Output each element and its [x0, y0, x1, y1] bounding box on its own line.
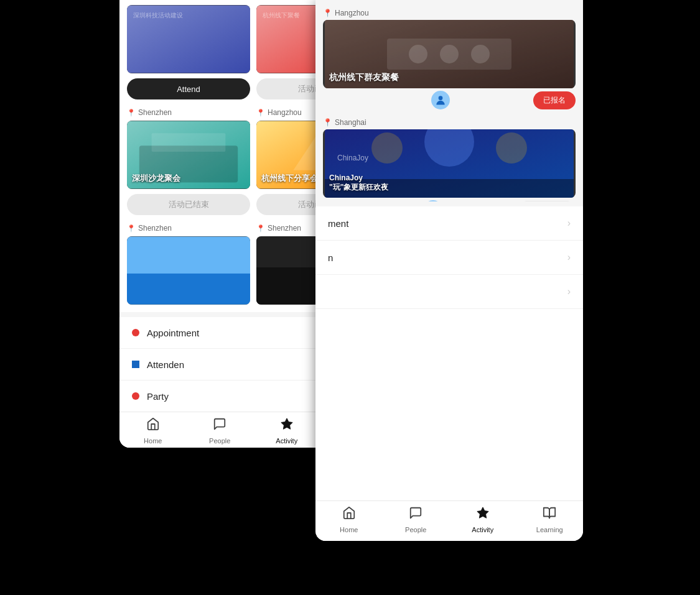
svg-rect-6 [152, 133, 226, 152]
location-label-2: Hangzhou [268, 108, 302, 117]
nav-activity-label-left: Activity [276, 437, 297, 445]
svg-marker-13 [281, 418, 292, 429]
right-scroll-area: 📍 Hangzhou 杭州线下群友聚餐 [315, 0, 583, 201]
r-empty-space [315, 309, 583, 500]
r-menu-label-2: n [328, 252, 333, 263]
appointment-dot [132, 329, 139, 336]
nav-learning-right[interactable]: Learning [516, 506, 584, 533]
nav-home-label-left: Home [144, 437, 162, 445]
nav-home-right[interactable]: Home [315, 506, 383, 533]
location-pin-2: 📍 [256, 109, 265, 117]
svg-point-18 [440, 45, 459, 63]
svg-point-17 [409, 45, 427, 63]
nav-activity-label-right: Activity [472, 526, 493, 533]
attend-button[interactable]: Attend [127, 78, 250, 99]
nav-learning-label-right: Learning [536, 526, 563, 533]
r-pin-2: 📍 [323, 118, 332, 127]
activity-icon-left [280, 417, 294, 435]
home-icon-right [342, 506, 356, 524]
nav-people-label-right: People [405, 526, 426, 533]
r-location-shanghai: 📍 Shanghai [323, 114, 576, 129]
svg-marker-29 [477, 507, 488, 518]
r-card-hangzhou-gather[interactable]: 杭州线下群友聚餐 [323, 20, 576, 88]
svg-text:杭州线下聚餐: 杭州线下聚餐 [262, 12, 300, 19]
location-label-3: Shenzhen [138, 224, 172, 233]
home-icon-left [146, 417, 160, 435]
right-bottom-nav: Home People Activity [315, 500, 583, 541]
location-label-1: Shenzhen [138, 108, 172, 117]
r-avatar-1 [431, 91, 450, 109]
card-salon-title: 深圳沙龙聚会 [132, 173, 180, 184]
svg-point-20 [439, 96, 443, 100]
r-menu-item-2[interactable]: n › [315, 241, 583, 275]
people-icon-right [409, 506, 422, 524]
r-menu-item-3[interactable]: › [315, 275, 583, 309]
r-card-2-title-block: ChinaJoy "玩"象更新狂欢夜 [329, 173, 388, 193]
r-loc-label-2: Shanghai [335, 118, 366, 127]
r-card-chinajoy[interactable]: ChinaJoy ChinaJoy "玩"象更新狂欢夜 [323, 129, 576, 198]
people-icon-left [213, 417, 226, 435]
nav-people-left[interactable]: People [187, 417, 254, 445]
r-menu-item-1[interactable]: ment › [315, 206, 583, 241]
party-dot [132, 392, 139, 400]
r-card-1-title: 杭州线下群友聚餐 [329, 72, 399, 83]
location-pin-3: 📍 [127, 224, 136, 233]
nav-people-right[interactable]: People [383, 506, 450, 533]
r-chevron-2: › [567, 252, 571, 263]
location-pin-4: 📍 [256, 224, 265, 233]
card-share-title: 杭州线下分享会 [261, 173, 318, 184]
svg-rect-10 [127, 274, 250, 305]
card-shenzhen-1[interactable]: 深圳科技活动建设 [127, 5, 250, 73]
attenden-dot [132, 361, 139, 368]
right-menu-section: ment › n › › [315, 201, 583, 309]
r-pin-1: 📍 [323, 9, 332, 17]
activity-icon-right [476, 506, 490, 524]
svg-point-23 [371, 132, 403, 164]
r-location-hangzhou-1: 📍 Hangzhou [323, 5, 576, 20]
location-shenzhen-1: 📍 Shenzhen [127, 104, 250, 119]
r-btn-row-1: 已报名 [323, 91, 576, 109]
location-shenzhen-2: 📍 Shenzhen [127, 220, 250, 235]
r-chevron-3: › [567, 286, 571, 297]
svg-text:深圳科技活动建设: 深圳科技活动建设 [133, 12, 183, 19]
r-menu-label-1: ment [328, 218, 348, 229]
svg-point-24 [496, 132, 527, 164]
nav-home-left[interactable]: Home [119, 417, 187, 445]
ended-button-2: 活动已结束 [127, 194, 250, 215]
card-shenzhen-salon[interactable]: 深圳沙龙聚会 [127, 121, 250, 189]
svg-point-19 [471, 45, 490, 63]
nav-activity-left[interactable]: Activity [253, 417, 320, 445]
r-loc-label-1: Hangzhou [335, 9, 369, 17]
location-pin-1: 📍 [127, 109, 136, 117]
location-label-4: Shenzhen [268, 224, 301, 233]
r-chevron-1: › [567, 218, 571, 229]
right-panel: 📍 Hangzhou 杭州线下群友聚餐 [315, 0, 583, 541]
nav-home-label-right: Home [340, 526, 358, 533]
nav-people-label-left: People [209, 437, 230, 445]
learning-icon-right [543, 506, 556, 524]
nav-activity-right[interactable]: Activity [449, 506, 516, 533]
svg-text:ChinaJoy: ChinaJoy [337, 154, 368, 162]
card-partial-1[interactable] [127, 236, 250, 305]
registered-button[interactable]: 已报名 [533, 91, 576, 109]
